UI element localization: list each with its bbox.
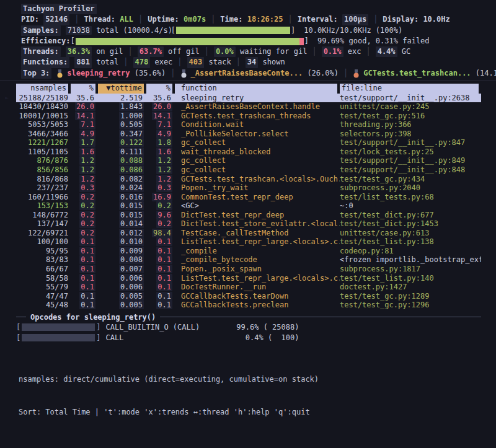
- cell-tottime-value: 2.519: [119, 94, 144, 102]
- table-row[interactable]: 10001/1001514.11.00014.1GCTests.test_tra…: [16, 112, 481, 121]
- efficiency-good-segment: [76, 38, 299, 45]
- cell-nsamples: 3466/3466: [16, 130, 68, 139]
- gold-medal-icon: [56, 69, 63, 78]
- separator: │: [339, 68, 353, 79]
- opcode-row: []CALL 0.4% ( 100): [16, 333, 481, 343]
- top3-function-pct: (35.6%): [130, 68, 166, 79]
- cell-pct-direct-value: 0.2: [79, 219, 95, 228]
- cell-tottime: 1.843: [98, 102, 144, 112]
- cell-pct-cumulative: 1.6: [146, 147, 172, 157]
- off-gil-value: 63.7%: [138, 46, 164, 57]
- column-header-pct-direct[interactable]: %: [71, 84, 95, 94]
- table-row[interactable]: 160/119660.20.01616.9CommonTest.test_rep…: [16, 193, 481, 202]
- cell-pct-cumulative-value: 0.1: [156, 274, 172, 283]
- separator-line: [16, 317, 26, 317]
- cell-nsamples: 25188/25189: [16, 94, 68, 103]
- cell-pct-direct: 0.1: [71, 283, 95, 292]
- table-row[interactable]: ►25188/2518935.62.51935.6sleeping_retryt…: [16, 94, 481, 103]
- column-header-nsamples[interactable]: nsamples: [16, 84, 68, 94]
- table-row[interactable]: 816/8681.20.0821.2GCTests.test_trashcan.…: [16, 175, 481, 184]
- cell-tottime: 0.012: [98, 229, 144, 238]
- table-row[interactable]: 137/1470.20.0140.2DictTest.test_store_ev…: [16, 219, 481, 229]
- cell-nsamples: 153/153: [16, 201, 68, 211]
- table-row[interactable]: 876/8761.20.0881.2gc_collecttest/support…: [16, 156, 481, 165]
- cell-tottime: 0.086: [98, 165, 144, 175]
- display-label: Display:: [383, 14, 423, 25]
- thread-value: ALL: [120, 14, 133, 25]
- table-row[interactable]: 122/697210.20.01298.4TestCase._callTestM…: [16, 229, 481, 238]
- cell-pct-direct: 0.1: [71, 265, 95, 274]
- table-row[interactable]: 18430/1843026.01.84326.0_AssertRaisesBas…: [16, 102, 481, 112]
- cell-pct-direct: 7.1: [71, 120, 95, 130]
- top3-function-name: GCTests.test_trashcan...: [363, 68, 471, 79]
- table-row[interactable]: 100/1000.10.0100.1ListTest.test_repr_lar…: [16, 237, 481, 247]
- table-row[interactable]: 237/2370.30.0240.3Popen._try_waitsubproc…: [16, 183, 481, 193]
- app-title: Tachyon Profiler: [21, 4, 97, 14]
- time-value: 18:26:25: [247, 14, 283, 25]
- cell-pct-direct-value: 0.1: [79, 283, 95, 291]
- cell-pct-cumulative: 1.2: [146, 156, 172, 165]
- cell-function: TestCase._callTestMethod: [175, 229, 340, 238]
- cell-pct-direct: 0.1: [71, 237, 95, 247]
- functions-line: Functions:881 total│478 exec│403 stack│3…: [21, 57, 481, 68]
- table-row[interactable]: 83/830.10.0080.1_compile_bytecode<frozen…: [16, 255, 481, 265]
- cell-tottime-value: 0.005: [119, 292, 144, 301]
- efficiency-label: Efficiency:: [21, 36, 70, 46]
- table-row[interactable]: 153/1530.20.0150.2<GC>~:0: [16, 201, 481, 211]
- cell-pct-cumulative-value: 0.1: [156, 265, 172, 273]
- table-row[interactable]: 66/670.10.0070.1Popen._posix_spawnsubpro…: [16, 265, 481, 274]
- table-row[interactable]: 856/8561.20.0861.2gc_collecttest/support…: [16, 165, 481, 175]
- cell-tottime: 2.519: [98, 94, 144, 103]
- cell-fileline: <frozen importlib._bootstrap_externa: [340, 255, 481, 265]
- table-row[interactable]: 47/470.10.0050.1GCCallbackTests.tearDown…: [16, 292, 481, 301]
- on-gil-text: on gil: [92, 46, 123, 57]
- column-header-fileline[interactable]: file:line: [340, 84, 479, 94]
- table-row[interactable]: 95/950.10.0090.1_compilecodeop.py:81: [16, 247, 481, 256]
- cell-pct-direct-value: 0.1: [79, 274, 95, 283]
- cell-pct-cumulative-value: 14.1: [152, 112, 172, 120]
- threads-label: Threads:: [21, 46, 61, 57]
- bronze-medal-icon: [353, 69, 360, 78]
- table-row[interactable]: 5053/50537.10.5057.1Condition.waitthread…: [16, 120, 481, 130]
- opcode-frequency-bar: [22, 334, 95, 341]
- cell-pct-direct-value: 7.1: [79, 120, 95, 129]
- table-row[interactable]: 148/67720.20.0159.6DictTest.test_repr_de…: [16, 211, 481, 220]
- cell-function: wait_threads_blocked: [175, 147, 340, 157]
- cell-function: DictTest.test_store_evilattr.<local...: [175, 219, 340, 229]
- gc-value: 4.4%: [376, 46, 397, 57]
- cell-tottime-value: 0.347: [119, 130, 144, 138]
- cell-pct-cumulative-value: 0.1: [156, 292, 172, 301]
- cell-function: Popen._try_wait: [175, 183, 340, 193]
- efficiency-text: 99.69% good, 0.31% failed: [317, 36, 430, 46]
- cell-fileline: test/test_gc.py:434: [340, 175, 481, 184]
- table-row[interactable]: 1105/11051.60.1111.6wait_threads_blocked…: [16, 147, 481, 157]
- column-header-tottime-sorted[interactable]: ▼tottime: [98, 84, 144, 94]
- selection-marker-icon: ►: [5, 94, 9, 103]
- footer: nsamples: direct/cumulative (direct=exec…: [19, 353, 319, 439]
- column-header-pct-cumulative[interactable]: %: [146, 84, 172, 94]
- cell-pct-direct-value: 0.1: [79, 265, 95, 273]
- cell-function: GCTests.test_trashcan_threads: [175, 112, 340, 121]
- cell-tottime-value: 0.086: [119, 165, 144, 174]
- table-row[interactable]: 3466/34664.90.3474.9_PollLikeSelector.se…: [16, 130, 481, 139]
- cell-pct-cumulative: 0.1: [146, 255, 172, 265]
- cell-pct-cumulative: 16.9: [146, 193, 172, 202]
- cell-pct-direct-value: 35.6: [75, 94, 95, 102]
- cell-tottime: 0.006: [98, 283, 144, 292]
- cell-pct-direct: 0.2: [71, 193, 95, 202]
- samples-rate-text: 10.0KHz/10.0KHz (100%): [304, 25, 402, 36]
- cell-pct-cumulative-value: 0.2: [156, 201, 172, 210]
- table-row[interactable]: 58/580.10.0060.1ListTest.test_repr_large…: [16, 274, 481, 283]
- table-row[interactable]: 1221/12671.70.1221.8gc_collecttest/suppo…: [16, 138, 481, 147]
- cell-pct-direct-value: 1.7: [79, 138, 95, 147]
- cell-tottime: 0.007: [98, 265, 144, 274]
- cell-pct-cumulative: 26.0: [146, 102, 172, 112]
- divider: [0, 81, 496, 81]
- table-row[interactable]: 55/790.10.0060.1DocTestRunner.__rundocte…: [16, 283, 481, 292]
- table-row[interactable]: 45/480.10.0050.1GCCallbackTests.preclean…: [16, 301, 481, 310]
- column-header-function[interactable]: function: [175, 84, 337, 94]
- cell-pct-cumulative-value: 0.1: [156, 301, 172, 309]
- cell-fileline: test/test_list.py:140: [340, 274, 481, 283]
- cell-function: ListTest.test_repr_large.<locals>.c...: [175, 274, 340, 283]
- cell-tottime: 0.010: [98, 237, 144, 247]
